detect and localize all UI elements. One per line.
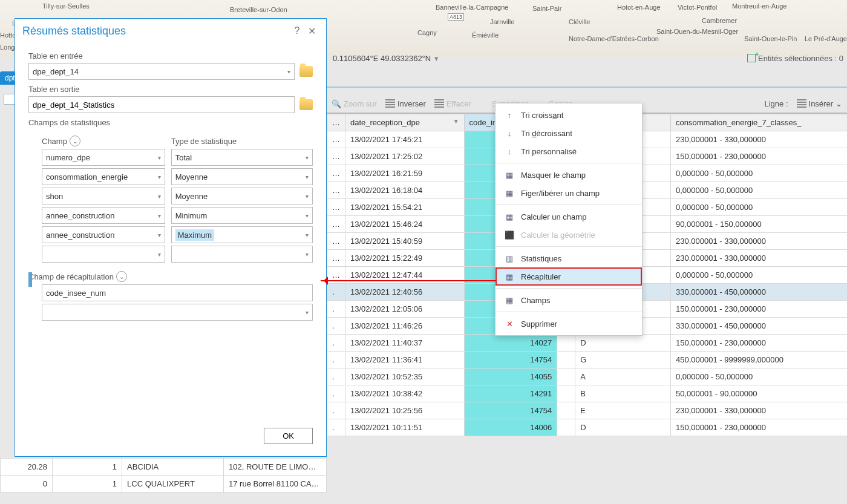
ctx-item-figer-lib-rer-un-champ[interactable]: ▦Figer/libérer un champ	[495, 184, 642, 202]
switch-selection-button[interactable]: Inverser	[385, 99, 426, 108]
ctx-item-calculer-un-champ[interactable]: ▦Calculer un champ	[495, 208, 642, 226]
insert-icon	[797, 99, 806, 108]
map-place: Cambremer	[702, 17, 737, 24]
table-row[interactable]: .13/02/2021 10:11:5114006D150,000001 - 2…	[327, 419, 848, 436]
expand-icon[interactable]: ⌄	[70, 136, 80, 146]
output-table-field[interactable]	[28, 96, 295, 113]
map-place: Montreuil-en-Auge	[732, 2, 787, 10]
case-field-0[interactable]: code_insee_num	[42, 284, 313, 301]
champ-select-0[interactable]: numero_dpe▾	[42, 149, 165, 166]
column-header[interactable]: …	[327, 114, 345, 131]
browse-folder-icon[interactable]	[299, 66, 313, 77]
ligne-label: Ligne :	[764, 99, 788, 108]
delete-icon	[480, 99, 489, 108]
map-place: Breteville-sur-Odon	[230, 6, 287, 13]
input-table-label: Table en entrée	[28, 51, 313, 61]
table-row: 20.28 1 ABCIDIA 102, ROUTE DE LIMOU…	[1, 459, 327, 476]
browse-folder-icon[interactable]	[299, 99, 313, 110]
ctx-item-supprimer[interactable]: ✕Supprimer	[495, 315, 642, 333]
champ-select-2[interactable]: shon▾	[42, 188, 165, 205]
ctx-item-tri-d-croissant[interactable]: ↓Tri décroissant	[495, 124, 642, 142]
column-header-conso-range[interactable]: consommation_energie_7_classes_	[671, 114, 847, 131]
map-place: Notre-Dame-d'Estrées-Corbon	[569, 35, 659, 42]
table-row[interactable]: .13/02/2021 10:25:5614754E230,000001 - 3…	[327, 402, 848, 419]
champ-select-1[interactable]: consommation_energie▾	[42, 168, 165, 185]
selection-icon	[747, 54, 756, 62]
type-header: Type de statistique	[171, 137, 237, 146]
output-table-label: Table en sortie	[28, 85, 313, 94]
chevron-down-icon: ▾	[306, 309, 309, 316]
type-select-2[interactable]: Moyenne▾	[171, 188, 313, 205]
map-place: Le Pré-d'Auge	[805, 35, 847, 42]
map-place: Cagny	[417, 29, 437, 36]
table-row[interactable]: .13/02/2021 10:52:3514055A0,000000 - 50,…	[327, 368, 848, 385]
panel-icon[interactable]	[4, 94, 16, 105]
expand-icon[interactable]: ⌄	[116, 271, 127, 282]
ctx-item-masquer-le-champ[interactable]: ▦Masquer le champ	[495, 166, 642, 184]
table-row[interactable]: .13/02/2021 11:36:4114754G450,000001 - 9…	[327, 352, 848, 368]
map-place: Jarnville	[490, 18, 514, 25]
annotation-arrow	[321, 280, 496, 281]
divider	[327, 87, 847, 88]
map-place: Victot-Pontfol	[678, 4, 717, 11]
column-context-menu: ↑Tri croissant↓Tri décroissant↕Tri perso…	[495, 103, 643, 336]
case-field-1[interactable]: ▾	[42, 304, 313, 321]
column-header-date[interactable]: date_reception_dpe▼	[345, 114, 465, 131]
chevron-down-icon: ⌄	[836, 99, 842, 108]
input-table-field[interactable]: dpe_dept_14▾	[28, 63, 295, 80]
map-road-badge: A813	[448, 13, 464, 21]
ctx-item-tri-croissant[interactable]: ↑Tri croissant	[495, 106, 642, 124]
map-place: Émiéville	[472, 31, 499, 39]
coordinates-bar: 0.1105604°E 49.0332362°N ▾ Entités sélec…	[333, 51, 847, 65]
ctx-item-tri-personnalis-[interactable]: ↕Tri personnalisé	[495, 142, 642, 160]
stats-fields-label: Champs de statistiques	[28, 118, 313, 127]
map-place: Saint-Ouen-du-Mesnil-Oger	[656, 28, 738, 35]
champ-select-3[interactable]: annee_construction▾	[42, 207, 165, 224]
row-handle[interactable]	[28, 272, 32, 287]
champ-select-5[interactable]: ▾	[42, 246, 165, 263]
close-button[interactable]: ✕	[304, 24, 319, 38]
type-select-5[interactable]: ▾	[171, 246, 313, 263]
table-row: 0 1 LCC QUALIXPERT 17 rue Borrel 81100 C…	[1, 476, 327, 493]
map-place: Banneville-la-Campagne	[436, 4, 508, 11]
zoom-icon: 🔍	[332, 99, 341, 108]
chevron-down-icon: ▾	[287, 68, 290, 75]
table-row[interactable]: .13/02/2021 11:40:3714027D150,000001 - 2…	[327, 335, 848, 352]
map-place: Saint-Pair	[532, 5, 561, 12]
clear-icon	[434, 99, 444, 108]
table-row[interactable]: .13/02/2021 10:38:4214291B50,000001 - 90…	[327, 385, 848, 402]
coords-caret-icon[interactable]: ▾	[434, 54, 439, 63]
sort-desc-icon: ▼	[453, 118, 459, 125]
map-place: Cléville	[569, 18, 590, 25]
summary-statistics-dialog: Résumés statistiques ? ✕ Table en entrée…	[15, 18, 327, 457]
map-place: Hotot-en-Auge	[617, 4, 661, 11]
ok-button[interactable]: OK	[264, 428, 313, 444]
insert-button[interactable]: Insérer ⌄	[797, 99, 842, 108]
switch-icon	[385, 99, 395, 108]
map-place: Tilly-sur-Seulles	[42, 2, 90, 10]
type-select-1[interactable]: Moyenne▾	[171, 168, 313, 185]
ctx-item-champs[interactable]: ▦Champs	[495, 291, 642, 309]
ctx-item-calculer-la-g-om-trie: ⬛Calculer la géométrie	[495, 226, 642, 244]
champ-select-4[interactable]: annee_construction▾	[42, 226, 165, 243]
map-place: Saint-Ouen-le-Pin	[744, 35, 797, 42]
dialog-title: Résumés statistiques	[22, 25, 290, 38]
type-select-3[interactable]: Minimum▾	[171, 207, 313, 224]
type-select-4[interactable]: Maximum▾	[171, 226, 313, 243]
selection-count[interactable]: Entités sélectionnées : 0	[747, 54, 843, 63]
case-field-label: Champ de récapitulation	[28, 272, 114, 281]
champ-header: Champ	[42, 137, 67, 146]
type-select-0[interactable]: Total▾	[171, 149, 313, 166]
help-button[interactable]: ?	[290, 24, 304, 38]
clear-button[interactable]: Effacer	[434, 99, 471, 108]
zoom-to-button[interactable]: 🔍Zoom sur	[332, 99, 377, 108]
coords-text: 0.1105604°E 49.0332362°N	[333, 54, 431, 63]
table-rows-under-dialog: 20.28 1 ABCIDIA 102, ROUTE DE LIMOU… 0 1…	[0, 458, 327, 493]
ctx-item-statistiques[interactable]: ▥Statistiques	[495, 249, 642, 267]
ctx-item-r-capituler[interactable]: ▦Récapituler	[495, 267, 642, 286]
